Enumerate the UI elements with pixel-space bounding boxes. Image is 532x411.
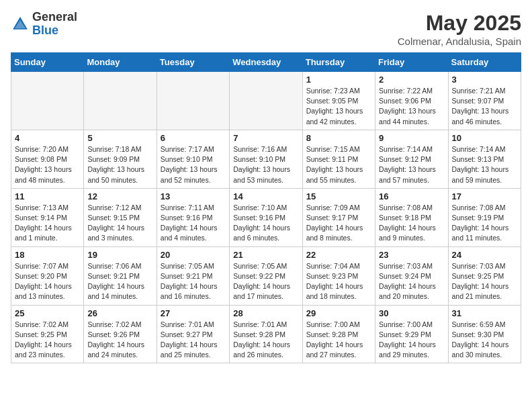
- day-info: Sunrise: 7:09 AMSunset: 9:17 PMDaylight:…: [306, 203, 371, 244]
- day-info: Sunrise: 7:02 AMSunset: 9:26 PMDaylight:…: [87, 320, 152, 361]
- day-number: 27: [161, 308, 226, 318]
- calendar-cell: 23Sunrise: 7:03 AMSunset: 9:24 PMDayligh…: [375, 246, 448, 305]
- day-number: 10: [452, 133, 517, 143]
- calendar-cell: 4Sunrise: 7:20 AMSunset: 9:08 PMDaylight…: [11, 130, 84, 188]
- calendar-week-3: 18Sunrise: 7:07 AMSunset: 9:20 PMDayligh…: [11, 246, 521, 305]
- day-number: 9: [379, 133, 444, 143]
- day-info: Sunrise: 7:06 AMSunset: 9:21 PMDaylight:…: [87, 261, 152, 302]
- day-info: Sunrise: 7:23 AMSunset: 9:05 PMDaylight:…: [306, 86, 371, 127]
- calendar-cell: 13Sunrise: 7:11 AMSunset: 9:16 PMDayligh…: [157, 188, 229, 246]
- day-info: Sunrise: 7:17 AMSunset: 9:10 PMDaylight:…: [161, 144, 226, 185]
- calendar-cell: 29Sunrise: 7:00 AMSunset: 9:28 PMDayligh…: [302, 305, 375, 363]
- calendar-cell: 27Sunrise: 7:01 AMSunset: 9:27 PMDayligh…: [157, 305, 229, 363]
- day-number: 4: [15, 133, 80, 143]
- day-info: Sunrise: 7:21 AMSunset: 9:07 PMDaylight:…: [452, 86, 517, 127]
- weekday-header-saturday: Saturday: [448, 53, 521, 72]
- day-number: 19: [87, 250, 152, 260]
- day-number: 5: [87, 133, 152, 143]
- calendar-cell: 14Sunrise: 7:10 AMSunset: 9:16 PMDayligh…: [230, 188, 302, 246]
- day-number: 16: [379, 191, 444, 201]
- day-info: Sunrise: 7:00 AMSunset: 9:28 PMDaylight:…: [306, 320, 371, 361]
- day-number: 12: [87, 191, 152, 201]
- calendar-cell: [157, 72, 229, 130]
- weekday-header-tuesday: Tuesday: [157, 53, 229, 72]
- day-info: Sunrise: 7:22 AMSunset: 9:06 PMDaylight:…: [379, 86, 444, 127]
- day-number: 14: [233, 191, 298, 201]
- day-info: Sunrise: 7:20 AMSunset: 9:08 PMDaylight:…: [15, 144, 80, 185]
- day-number: 31: [452, 308, 517, 318]
- calendar-cell: 12Sunrise: 7:12 AMSunset: 9:15 PMDayligh…: [84, 188, 157, 246]
- day-number: 15: [306, 191, 371, 201]
- weekday-header-sunday: Sunday: [11, 53, 84, 72]
- day-number: 11: [15, 191, 80, 201]
- day-info: Sunrise: 7:15 AMSunset: 9:11 PMDaylight:…: [306, 144, 371, 185]
- title-block: May 2025 Colmenar, Andalusia, Spain: [398, 11, 521, 47]
- calendar-cell: 21Sunrise: 7:05 AMSunset: 9:22 PMDayligh…: [230, 246, 302, 305]
- calendar-cell: 17Sunrise: 7:08 AMSunset: 9:19 PMDayligh…: [448, 188, 521, 246]
- day-info: Sunrise: 7:18 AMSunset: 9:09 PMDaylight:…: [87, 144, 152, 185]
- day-info: Sunrise: 7:13 AMSunset: 9:14 PMDaylight:…: [15, 203, 80, 244]
- day-info: Sunrise: 7:03 AMSunset: 9:24 PMDaylight:…: [379, 261, 444, 302]
- calendar-cell: 6Sunrise: 7:17 AMSunset: 9:10 PMDaylight…: [157, 130, 229, 188]
- day-number: 13: [161, 191, 226, 201]
- calendar-cell: 26Sunrise: 7:02 AMSunset: 9:26 PMDayligh…: [84, 305, 157, 363]
- day-number: 25: [15, 308, 80, 318]
- day-info: Sunrise: 7:16 AMSunset: 9:10 PMDaylight:…: [233, 144, 298, 185]
- calendar-week-4: 25Sunrise: 7:02 AMSunset: 9:25 PMDayligh…: [11, 305, 521, 363]
- day-info: Sunrise: 7:10 AMSunset: 9:16 PMDaylight:…: [233, 203, 298, 244]
- day-info: Sunrise: 7:14 AMSunset: 9:13 PMDaylight:…: [452, 144, 517, 185]
- day-info: Sunrise: 7:05 AMSunset: 9:22 PMDaylight:…: [233, 261, 298, 302]
- location-text: Colmenar, Andalusia, Spain: [398, 36, 521, 47]
- weekday-header-friday: Friday: [375, 53, 448, 72]
- day-info: Sunrise: 7:03 AMSunset: 9:25 PMDaylight:…: [452, 261, 517, 302]
- day-number: 29: [306, 308, 371, 318]
- day-info: Sunrise: 7:07 AMSunset: 9:20 PMDaylight:…: [15, 261, 80, 302]
- calendar-cell: 1Sunrise: 7:23 AMSunset: 9:05 PMDaylight…: [302, 72, 375, 130]
- calendar-cell: 11Sunrise: 7:13 AMSunset: 9:14 PMDayligh…: [11, 188, 84, 246]
- day-number: 20: [161, 250, 226, 260]
- logo-blue-text: Blue: [32, 24, 77, 38]
- day-info: Sunrise: 7:08 AMSunset: 9:19 PMDaylight:…: [452, 203, 517, 244]
- day-info: Sunrise: 7:02 AMSunset: 9:25 PMDaylight:…: [15, 320, 80, 361]
- day-number: 1: [306, 75, 371, 85]
- day-info: Sunrise: 7:04 AMSunset: 9:23 PMDaylight:…: [306, 261, 371, 302]
- day-number: 28: [233, 308, 298, 318]
- day-info: Sunrise: 7:01 AMSunset: 9:28 PMDaylight:…: [233, 320, 298, 361]
- calendar-cell: 18Sunrise: 7:07 AMSunset: 9:20 PMDayligh…: [11, 246, 84, 305]
- calendar-cell: 31Sunrise: 6:59 AMSunset: 9:30 PMDayligh…: [448, 305, 521, 363]
- calendar-cell: 2Sunrise: 7:22 AMSunset: 9:06 PMDaylight…: [375, 72, 448, 130]
- calendar-cell: 9Sunrise: 7:14 AMSunset: 9:12 PMDaylight…: [375, 130, 448, 188]
- day-number: 26: [87, 308, 152, 318]
- day-info: Sunrise: 7:05 AMSunset: 9:21 PMDaylight:…: [161, 261, 226, 302]
- calendar-header: SundayMondayTuesdayWednesdayThursdayFrid…: [11, 53, 521, 72]
- day-info: Sunrise: 7:11 AMSunset: 9:16 PMDaylight:…: [161, 203, 226, 244]
- logo-icon: [11, 15, 30, 34]
- day-number: 23: [379, 250, 444, 260]
- calendar-cell: 28Sunrise: 7:01 AMSunset: 9:28 PMDayligh…: [230, 305, 302, 363]
- weekday-header-wednesday: Wednesday: [230, 53, 302, 72]
- day-number: 24: [452, 250, 517, 260]
- logo-general-text: General: [32, 11, 77, 24]
- page-header: General Blue May 2025 Colmenar, Andalusi…: [11, 11, 521, 47]
- weekday-header-row: SundayMondayTuesdayWednesdayThursdayFrid…: [11, 53, 521, 72]
- day-info: Sunrise: 7:14 AMSunset: 9:12 PMDaylight:…: [379, 144, 444, 185]
- day-number: 30: [379, 308, 444, 318]
- calendar-cell: [84, 72, 157, 130]
- day-info: Sunrise: 7:12 AMSunset: 9:15 PMDaylight:…: [87, 203, 152, 244]
- calendar-week-2: 11Sunrise: 7:13 AMSunset: 9:14 PMDayligh…: [11, 188, 521, 246]
- day-number: 21: [233, 250, 298, 260]
- calendar-cell: 10Sunrise: 7:14 AMSunset: 9:13 PMDayligh…: [448, 130, 521, 188]
- calendar-cell: 5Sunrise: 7:18 AMSunset: 9:09 PMDaylight…: [84, 130, 157, 188]
- day-info: Sunrise: 7:01 AMSunset: 9:27 PMDaylight:…: [161, 320, 226, 361]
- calendar-cell: [230, 72, 302, 130]
- calendar-week-1: 4Sunrise: 7:20 AMSunset: 9:08 PMDaylight…: [11, 130, 521, 188]
- day-number: 3: [452, 75, 517, 85]
- day-info: Sunrise: 7:00 AMSunset: 9:29 PMDaylight:…: [379, 320, 444, 361]
- calendar-cell: 3Sunrise: 7:21 AMSunset: 9:07 PMDaylight…: [448, 72, 521, 130]
- calendar-cell: 16Sunrise: 7:08 AMSunset: 9:18 PMDayligh…: [375, 188, 448, 246]
- calendar-cell: 7Sunrise: 7:16 AMSunset: 9:10 PMDaylight…: [230, 130, 302, 188]
- day-number: 22: [306, 250, 371, 260]
- calendar-cell: 30Sunrise: 7:00 AMSunset: 9:29 PMDayligh…: [375, 305, 448, 363]
- month-title: May 2025: [398, 11, 521, 36]
- weekday-header-monday: Monday: [84, 53, 157, 72]
